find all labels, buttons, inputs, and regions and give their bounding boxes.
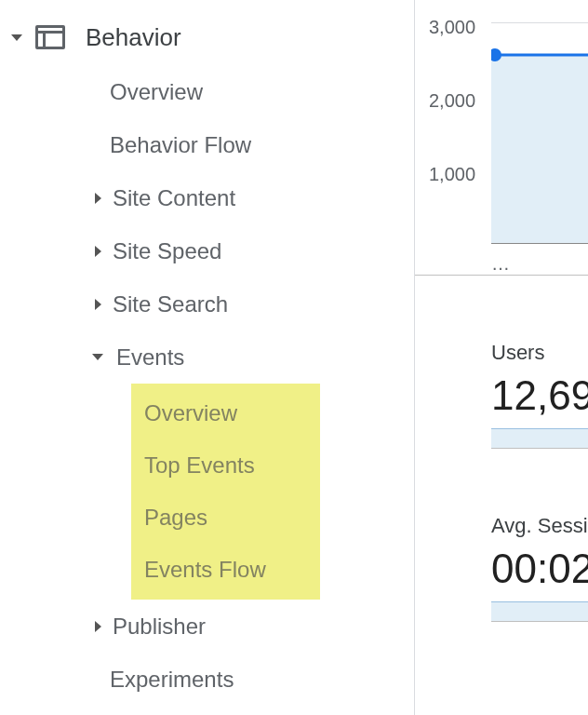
metric-label-users: Users: [491, 341, 588, 365]
y-tick-3000: 3,000: [429, 17, 475, 38]
line-chart: 3,000 2,000 1,000 …: [415, 0, 588, 276]
y-tick-2000: 2,000: [429, 90, 475, 112]
main-content: 3,000 2,000 1,000 … Users 12,695 Avg. Se…: [414, 0, 588, 715]
y-tick-1000: 1,000: [429, 164, 475, 185]
caret-right-icon: [95, 621, 101, 632]
caret-right-icon: [95, 246, 101, 257]
nav-overview[interactable]: Overview: [0, 65, 414, 118]
caret-down-icon: [92, 354, 103, 360]
events-submenu: Overview Top Events Pages Events Flow: [131, 384, 320, 600]
x-tick-first: …: [491, 253, 510, 275]
caret-right-icon: [95, 299, 101, 310]
metric-label-avg-session: Avg. Sessio: [491, 514, 588, 538]
nav-site-content[interactable]: Site Content: [0, 171, 414, 224]
nav-site-speed[interactable]: Site Speed: [0, 224, 414, 277]
sparkline-avg-session: [491, 596, 588, 622]
metric-avg-session: Avg. Sessio 00:02:: [415, 514, 588, 622]
events-sub-top-events[interactable]: Top Events: [131, 439, 320, 492]
metric-value-users: 12,695: [491, 372, 588, 419]
layout-icon: [35, 25, 65, 49]
events-sub-pages[interactable]: Pages: [131, 492, 320, 544]
metric-value-avg-session: 00:02:: [491, 546, 588, 592]
sidebar-section-title: Behavior: [86, 23, 181, 52]
nav-publisher[interactable]: Publisher: [0, 600, 414, 653]
sidebar-section-behavior[interactable]: Behavior: [0, 9, 414, 65]
nav-events[interactable]: Events: [0, 331, 414, 384]
events-sub-events-flow[interactable]: Events Flow: [131, 544, 320, 596]
sidebar-nav: Behavior Overview Behavior Flow Site Con…: [0, 0, 414, 715]
chart-line: [491, 22, 588, 244]
sparkline-users: [491, 423, 588, 449]
nav-experiments[interactable]: Experiments: [0, 653, 414, 706]
nav-site-search[interactable]: Site Search: [0, 277, 414, 331]
nav-behavior-flow[interactable]: Behavior Flow: [0, 118, 414, 171]
metric-users: Users 12,695: [415, 341, 588, 449]
events-sub-overview[interactable]: Overview: [131, 387, 320, 439]
caret-right-icon: [95, 193, 101, 204]
caret-down-icon: [11, 34, 22, 41]
